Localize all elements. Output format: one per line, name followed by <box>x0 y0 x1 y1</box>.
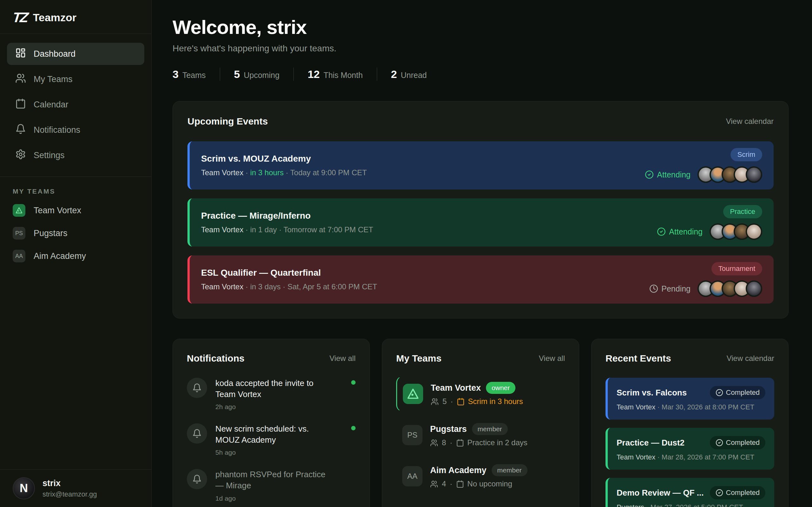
next-event-label: No upcoming <box>467 480 512 488</box>
next-event: No upcoming <box>456 480 512 488</box>
sidebar-team-vortex[interactable]: Team Vortex <box>13 204 139 217</box>
next-event: Practice in 2 days <box>456 438 527 447</box>
page-title: Welcome, strix <box>172 16 789 38</box>
sidebar-item-my-teams[interactable]: My Teams <box>7 68 144 90</box>
calendar-icon <box>456 439 464 447</box>
team-row-aim-academy[interactable]: AA Aim Academy member 4 · <box>396 459 565 494</box>
clock-icon <box>649 284 658 293</box>
sidebar-team-pugstars[interactable]: PS Pugstars <box>13 227 139 239</box>
dot-separator: · <box>246 225 248 234</box>
view-calendar-link[interactable]: View calendar <box>726 117 774 126</box>
recent-event-dust2[interactable]: Practice — Dust2 Completed Team Vortex ·… <box>606 428 774 469</box>
dot-separator: · <box>246 168 248 177</box>
rsvp-label: Attending <box>657 170 691 179</box>
sidebar-item-calendar[interactable]: Calendar <box>7 94 144 116</box>
dot-separator: · <box>286 168 288 177</box>
sidebar-item-settings[interactable]: Settings <box>7 144 144 166</box>
event-time: Today at 9:00 PM CET <box>290 168 367 177</box>
status-label: Completed <box>726 389 760 397</box>
notification-text: phantom RSVPed for Practice — Mirage <box>215 469 328 491</box>
sidebar-item-notifications[interactable]: Notifications <box>7 119 144 141</box>
dashboard-icon <box>15 48 26 60</box>
attendee-avatar <box>746 166 762 183</box>
dot-separator: · <box>657 453 659 461</box>
unread-dot <box>351 380 356 385</box>
user-name: strix <box>43 478 97 488</box>
main-content: Welcome, strix Here's what's happening w… <box>152 0 812 507</box>
card-title: Upcoming Events <box>188 116 268 127</box>
stat-this-month: 12 This Month <box>308 68 363 80</box>
team-name: Pugstars <box>34 228 67 238</box>
event-team: Pugstars <box>617 503 644 507</box>
stat-label: Unread <box>401 71 426 80</box>
dot-separator: · <box>246 282 248 291</box>
card-title: Notifications <box>187 353 245 364</box>
user-profile[interactable]: N strix strix@teamzor.gg <box>0 469 151 507</box>
events-list: Scrim vs. MOUZ Academy Team Vortex · in … <box>188 141 774 303</box>
event-team: Team Vortex <box>617 403 655 411</box>
event-relative-time: in 3 days <box>250 282 281 291</box>
stat-upcoming: 5 Upcoming <box>234 68 280 80</box>
event-type-badge: Scrim <box>730 148 762 161</box>
recent-event-falcons[interactable]: Scrim vs. Falcons Completed Team Vortex … <box>606 378 774 419</box>
team-row-vortex[interactable]: Team Vortex owner 5 · Scrim in 3 hours <box>396 377 565 411</box>
team-name: Team Vortex <box>431 383 481 393</box>
event-subtitle: Pugstars · Mar 27, 2026 at 5:00 PM CET <box>617 503 765 507</box>
notification-item[interactable]: phantom RSVPed for Practice — Mirage 1d … <box>187 469 356 502</box>
recent-events-card: Recent Events View calendar Scrim vs. Fa… <box>591 339 789 507</box>
card-title: Recent Events <box>606 353 671 364</box>
view-calendar-link[interactable]: View calendar <box>727 354 774 363</box>
dot-separator: · <box>283 282 285 291</box>
sidebar-team-aim-academy[interactable]: AA Aim Academy <box>13 250 139 262</box>
nav-label: Settings <box>34 151 65 160</box>
calendar-icon <box>15 98 26 111</box>
stat-value: 2 <box>391 68 397 80</box>
event-subtitle: Team Vortex · in 3 days · Sat, Apr 5 at … <box>201 282 377 291</box>
attendee-avatar <box>746 223 762 240</box>
event-card-practice-mirage[interactable]: Practice — Mirage/Inferno Team Vortex · … <box>188 199 774 246</box>
rsvp-label: Pending <box>661 284 691 293</box>
notification-item[interactable]: koda accepted the invite to Team Vortex … <box>187 378 356 411</box>
event-card-scrim-mouz[interactable]: Scrim vs. MOUZ Academy Team Vortex · in … <box>188 141 774 189</box>
stat-separator <box>220 67 220 81</box>
event-subtitle: Team Vortex · Mar 28, 2026 at 7:00 PM CE… <box>617 453 765 461</box>
event-subtitle: Team Vortex · in 1 day · Tomorrow at 7:0… <box>201 225 373 234</box>
event-team: Team Vortex <box>201 225 243 234</box>
event-title: ESL Qualifier — Quarterfinal <box>201 268 377 278</box>
my-teams-card: My Teams View all Team Vortex owner <box>382 339 579 507</box>
sidebar-item-dashboard[interactable]: Dashboard <box>7 43 144 65</box>
team-name: Aim Academy <box>34 251 86 261</box>
team-name: Pugstars <box>430 424 467 434</box>
event-type-badge: Practice <box>723 205 762 218</box>
dot-separator: · <box>450 397 453 406</box>
teams-list: Team Vortex owner 5 · Scrim in 3 hours <box>396 377 565 494</box>
notification-time: 1d ago <box>215 495 343 502</box>
team-row-pugstars[interactable]: PS Pugstars member 8 · <box>396 418 565 452</box>
calendar-icon <box>456 480 464 488</box>
stat-unread: 2 Unread <box>391 68 427 80</box>
event-card-esl-qualifier[interactable]: ESL Qualifier — Quarterfinal Team Vortex… <box>188 256 774 303</box>
view-all-link[interactable]: View all <box>329 354 356 363</box>
notification-time: 5h ago <box>215 449 343 456</box>
bell-icon <box>187 378 207 398</box>
event-time: Mar 30, 2026 at 8:00 PM CET <box>662 403 754 411</box>
member-count: 4 <box>442 480 446 488</box>
stat-teams: 3 Teams <box>172 68 206 80</box>
bottom-grid: Notifications View all koda accepted the… <box>172 339 789 507</box>
nav-label: Dashboard <box>34 49 75 59</box>
team-name: Aim Academy <box>430 465 487 475</box>
attendee-avatars <box>698 280 762 297</box>
notification-item[interactable]: New scrim scheduled: vs. MOUZ Academy 5h… <box>187 424 356 456</box>
users-icon <box>15 73 26 86</box>
dot-separator: · <box>450 438 452 447</box>
view-all-link[interactable]: View all <box>539 354 565 363</box>
event-team: Team Vortex <box>617 453 655 461</box>
nav-label: Calendar <box>34 100 68 110</box>
event-team: Team Vortex <box>201 282 243 291</box>
bell-icon <box>187 469 207 489</box>
check-circle-icon <box>716 489 723 497</box>
status-badge: Completed <box>710 436 765 449</box>
role-badge: owner <box>486 382 515 394</box>
next-event-label: Practice in 2 days <box>467 438 527 447</box>
recent-event-demo-review[interactable]: Demo Review — QF ... Completed Pugstars … <box>606 478 774 507</box>
